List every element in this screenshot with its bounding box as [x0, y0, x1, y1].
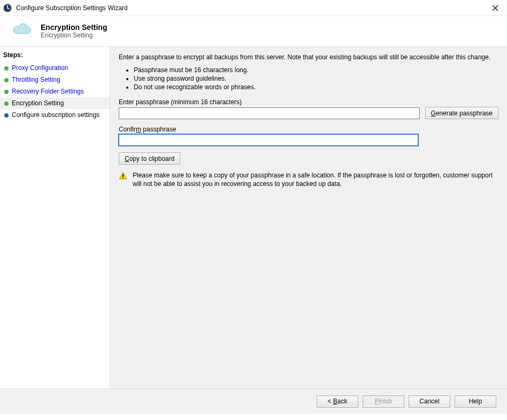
warning-block: Please make sure to keep a copy of your …: [119, 171, 498, 188]
step-bullet-icon: [4, 113, 9, 118]
generate-passphrase-button[interactable]: Generate passphrase: [425, 107, 498, 119]
btn-label-rest: opy to clipboard: [129, 155, 175, 162]
step-throttling-setting[interactable]: Throttling Setting: [0, 74, 110, 85]
btn-label: Cancel: [419, 398, 439, 405]
warning-text: Please make sure to keep a copy of your …: [133, 171, 498, 188]
step-encryption-setting: Encryption Setting: [0, 97, 110, 109]
requirements-list: Passphrase must be 16 characters long. U…: [124, 66, 498, 91]
back-button[interactable]: < Back: [317, 395, 358, 408]
wizard-header: Encryption Setting Encryption Setting: [0, 16, 507, 47]
help-button[interactable]: Help: [455, 395, 496, 408]
step-proxy-configuration[interactable]: Proxy Configuration: [0, 62, 110, 74]
requirement-item: Use strong password guidelines.: [134, 75, 498, 82]
step-configure-subscription-settings: Configure subscription settings: [0, 109, 110, 121]
step-bullet-icon: [4, 90, 9, 94]
step-bullet-icon: [4, 78, 9, 82]
wizard-footer: < Back Finish Cancel Help: [0, 389, 507, 414]
close-button[interactable]: [483, 0, 507, 16]
step-label: Throttling Setting: [12, 76, 60, 83]
requirement-item: Do not use recognizable words or phrases…: [134, 83, 498, 91]
step-label: Configure subscription settings: [12, 111, 99, 119]
step-bullet-icon: [4, 102, 9, 106]
requirement-item: Passphrase must be 16 characters long.: [134, 66, 498, 74]
confirm-passphrase-label: Confirm passphrase: [119, 126, 498, 133]
window-title: Configure Subscription Settings Wizard: [16, 4, 483, 12]
app-icon: [3, 4, 12, 12]
finish-button[interactable]: Finish: [363, 395, 404, 408]
svg-rect-1: [122, 174, 124, 177]
step-label: Encryption Setting: [12, 99, 64, 107]
btn-label-rest: enerate passphrase: [436, 110, 493, 117]
btn-label: Help: [469, 398, 482, 405]
copy-to-clipboard-button[interactable]: Copy to clipboard: [119, 152, 180, 165]
steps-sidebar: Steps: Proxy Configuration Throttling Se…: [0, 47, 110, 388]
cloud-icon: [11, 22, 32, 39]
titlebar: Configure Subscription Settings Wizard: [0, 0, 507, 16]
svg-rect-2: [122, 177, 124, 178]
step-label: Proxy Configuration: [12, 64, 68, 72]
step-label: Recovery Folder Settings: [12, 88, 84, 95]
step-bullet-icon: [4, 66, 9, 71]
confirm-passphrase-input[interactable]: [119, 134, 418, 146]
page-heading: Encryption Setting: [41, 23, 107, 32]
intro-text: Enter a passphrase to encrypt all backup…: [119, 53, 498, 61]
enter-passphrase-input[interactable]: [119, 107, 420, 119]
wizard-content: Enter a passphrase to encrypt all backup…: [110, 47, 507, 388]
cancel-button[interactable]: Cancel: [409, 395, 450, 408]
step-recovery-folder-settings[interactable]: Recovery Folder Settings: [0, 85, 110, 97]
enter-passphrase-label: Enter passphrase (minimum 16 characters): [119, 98, 498, 106]
page-subheading: Encryption Setting: [41, 32, 107, 39]
warning-icon: [119, 171, 127, 182]
steps-title: Steps:: [0, 51, 110, 62]
